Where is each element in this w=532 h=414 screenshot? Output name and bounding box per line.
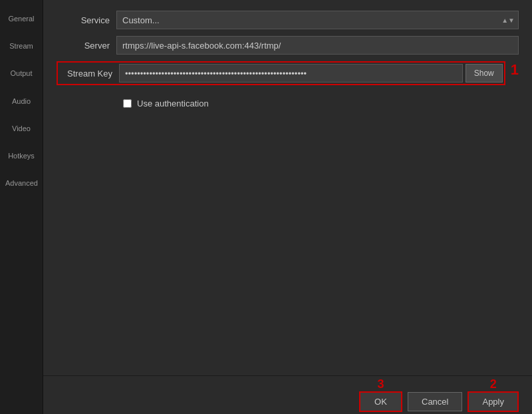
annotation-1: 1 (511, 63, 519, 77)
cancel-button[interactable]: Cancel (408, 392, 462, 411)
service-select-wrapper: Custom... ▲▼ (116, 11, 519, 29)
server-input[interactable] (116, 36, 519, 55)
stream-key-input[interactable] (119, 64, 463, 83)
ok-button[interactable]: OK (359, 391, 402, 412)
server-label: Server (57, 41, 116, 51)
use-authentication-checkbox[interactable] (123, 99, 132, 108)
stream-key-label: Stream Key (59, 69, 119, 79)
server-row: Server (57, 36, 519, 55)
use-authentication-label: Use authentication (137, 99, 209, 108)
sidebar-item-video[interactable]: Video (0, 115, 43, 142)
sidebar-item-stream[interactable]: Stream (0, 33, 43, 60)
use-authentication-row: Use authentication (123, 99, 519, 108)
stream-key-inner: Stream Key Show (59, 64, 503, 83)
apply-button[interactable]: Apply (467, 391, 519, 412)
apply-btn-wrapper: 2 Apply (467, 378, 519, 412)
sidebar-item-hotkeys[interactable]: Hotkeys (0, 142, 43, 170)
annotation-2: 2 (490, 378, 497, 390)
ok-btn-wrapper: 3 OK (359, 378, 402, 412)
sidebar-item-advanced[interactable]: Advanced (0, 170, 43, 197)
main-panel: Service Custom... ▲▼ Server Stream Key S… (43, 0, 532, 414)
show-stream-key-button[interactable]: Show (466, 64, 503, 83)
service-row: Service Custom... ▲▼ (57, 11, 519, 29)
cancel-btn-wrapper: 0 Cancel (408, 379, 462, 411)
service-label: Service (57, 15, 116, 25)
sidebar-item-output[interactable]: Output (0, 60, 43, 87)
stream-key-row: Stream Key Show (57, 61, 505, 85)
bottom-bar: 3 OK 0 Cancel 2 Apply (43, 375, 532, 414)
sidebar-item-general[interactable]: General (0, 5, 43, 33)
sidebar: General Stream Output Audio Video Hotkey… (0, 0, 43, 414)
content-area: Service Custom... ▲▼ Server Stream Key S… (43, 0, 532, 375)
annotation-3: 3 (377, 378, 384, 390)
service-select[interactable]: Custom... (116, 11, 519, 29)
sidebar-item-audio[interactable]: Audio (0, 88, 43, 115)
